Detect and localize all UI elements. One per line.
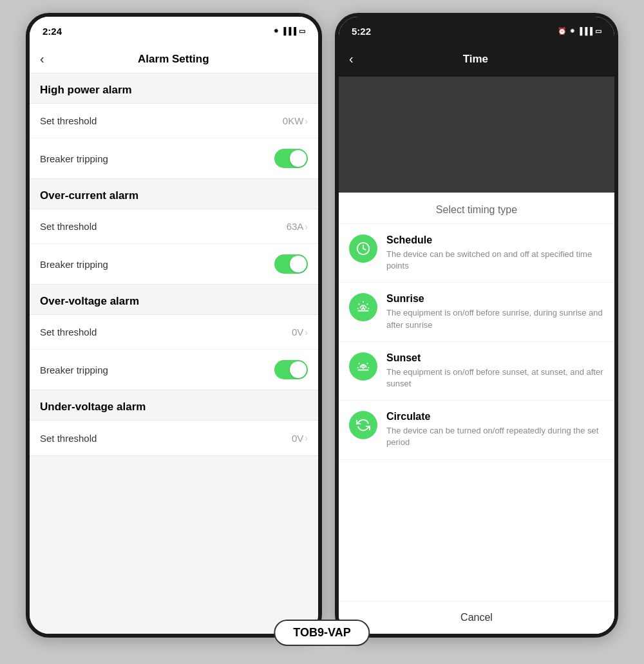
- alarm-header: ‹ Alarm Setting: [30, 45, 318, 73]
- bluetooth-icon: ⁕: [273, 27, 279, 35]
- sunset-desc: The equipment is on/off before sunset, a…: [386, 366, 604, 390]
- select-timing-label: Select timing type: [436, 204, 517, 215]
- circulate-desc: The device can be turned on/off repeated…: [386, 425, 604, 448]
- section-title-over-voltage: Over-voltage alarm: [40, 295, 139, 307]
- breaker-tripping-3-row: Breaker tripping: [30, 350, 318, 390]
- set-threshold-3-value: 0V ›: [292, 327, 308, 337]
- section-title-over-current: Over-current alarm: [40, 189, 138, 202]
- sunrise-text: Sunrise The equipment is on/off before s…: [386, 293, 604, 330]
- schedule-text: Schedule The device can be switched on a…: [386, 234, 604, 272]
- section-over-voltage: Over-voltage alarm: [30, 285, 318, 314]
- status-icons-right: ⏰ ⁕ ▐▐▐ ▭: [558, 27, 601, 35]
- set-threshold-4-row[interactable]: Set threshold 0V ›: [30, 421, 318, 455]
- sheet-header: Select timing type: [339, 193, 614, 224]
- chevron-icon-2: ›: [305, 222, 308, 232]
- set-threshold-3-label: Set threshold: [40, 327, 97, 337]
- section-body-over-voltage: Set threshold 0V › Breaker tripping: [30, 314, 318, 390]
- status-time-left: 2:24: [43, 26, 62, 37]
- breaker-tripping-1-row: Breaker tripping: [30, 138, 318, 178]
- sunrise-desc: The equipment is on/off before sunrise, …: [386, 307, 604, 330]
- sunset-icon: [349, 352, 377, 381]
- signal-icon-r: ▐▐▐: [578, 27, 592, 35]
- cancel-button[interactable]: Cancel: [339, 601, 614, 634]
- screenshot-container: 2:24 ⁕ ▐▐▐ ▭ ‹ Alarm Setting High power …: [0, 0, 644, 664]
- set-threshold-3-row[interactable]: Set threshold 0V ›: [30, 315, 318, 350]
- section-under-voltage: Under-voltage alarm: [30, 390, 318, 420]
- set-threshold-1-label: Set threshold: [40, 115, 97, 126]
- breaker-toggle-2[interactable]: [274, 254, 308, 274]
- breaker-tripping-2-label: Breaker tripping: [40, 259, 108, 270]
- alarm-icon: ⏰: [558, 27, 567, 35]
- option-sunrise[interactable]: Sunrise The equipment is on/off before s…: [339, 283, 614, 341]
- circulate-title: Circulate: [386, 411, 604, 422]
- set-threshold-4-label: Set threshold: [40, 433, 97, 444]
- schedule-desc: The device can be switched on and off at…: [386, 249, 604, 272]
- circulate-icon: [349, 411, 377, 439]
- battery-icon-r: ▭: [595, 27, 601, 35]
- option-sunset[interactable]: Sunset The equipment is on/off before su…: [339, 342, 614, 401]
- section-body-over-current: Set threshold 63A › Breaker tripping: [30, 209, 318, 285]
- device-label: TOB9-VAP: [274, 620, 370, 646]
- set-threshold-1-row[interactable]: Set threshold 0KW ›: [30, 104, 318, 138]
- breaker-tripping-1-label: Breaker tripping: [40, 153, 108, 164]
- sunrise-title: Sunrise: [386, 293, 604, 305]
- chevron-icon-4: ›: [305, 433, 308, 443]
- status-bar-left: 2:24 ⁕ ▐▐▐ ▭: [30, 17, 318, 45]
- page-title-right: Time: [360, 53, 591, 66]
- section-body-high-power: Set threshold 0KW › Breaker tripping: [30, 103, 318, 179]
- status-icons-left: ⁕ ▐▐▐ ▭: [273, 27, 305, 35]
- bluetooth-icon-r: ⁕: [569, 27, 575, 35]
- set-threshold-4-value: 0V ›: [292, 433, 308, 444]
- status-time-right: 5:22: [352, 26, 371, 37]
- option-schedule[interactable]: Schedule The device can be switched on a…: [339, 224, 614, 283]
- sunrise-icon: [349, 293, 377, 321]
- section-body-under-voltage: Set threshold 0V ›: [30, 420, 318, 456]
- schedule-title: Schedule: [386, 234, 604, 246]
- schedule-icon: [349, 234, 377, 263]
- breaker-toggle-1[interactable]: [274, 149, 308, 168]
- set-threshold-2-label: Set threshold: [40, 221, 97, 232]
- phone-right: 5:22 ⏰ ⁕ ▐▐▐ ▭ ‹ Time Select timing type: [335, 13, 618, 638]
- section-title-under-voltage: Under-voltage alarm: [40, 401, 146, 413]
- section-title-high-power: High power alarm: [40, 84, 132, 96]
- back-button-left[interactable]: ‹: [40, 52, 44, 66]
- back-button-right[interactable]: ‹: [349, 52, 354, 66]
- breaker-tripping-3-label: Breaker tripping: [40, 365, 108, 375]
- page-title-left: Alarm Setting: [52, 53, 295, 66]
- phone-left: 2:24 ⁕ ▐▐▐ ▭ ‹ Alarm Setting High power …: [26, 13, 322, 638]
- option-circulate[interactable]: Circulate The device can be turned on/of…: [339, 401, 614, 459]
- breaker-tripping-2-row: Breaker tripping: [30, 244, 318, 284]
- chevron-icon-3: ›: [305, 327, 308, 337]
- sunset-text: Sunset The equipment is on/off before su…: [386, 352, 604, 390]
- chevron-icon: ›: [305, 116, 308, 126]
- dark-picker-area: [339, 77, 614, 193]
- status-bar-right: 5:22 ⏰ ⁕ ▐▐▐ ▭: [339, 17, 614, 45]
- circulate-text: Circulate The device can be turned on/of…: [386, 411, 604, 448]
- battery-icon: ▭: [299, 27, 305, 35]
- set-threshold-2-value: 63A ›: [287, 221, 308, 232]
- set-threshold-1-value: 0KW ›: [283, 115, 308, 126]
- sunset-title: Sunset: [386, 352, 604, 364]
- set-threshold-2-row[interactable]: Set threshold 63A ›: [30, 209, 318, 244]
- bottom-sheet: Select timing type Schedule The device c…: [339, 193, 614, 634]
- breaker-toggle-3[interactable]: [274, 360, 308, 379]
- section-high-power: High power alarm: [30, 73, 318, 103]
- alarm-content: High power alarm Set threshold 0KW › Bre…: [30, 73, 318, 634]
- time-header: ‹ Time: [339, 45, 614, 77]
- section-over-current: Over-current alarm: [30, 179, 318, 209]
- signal-icon: ▐▐▐: [281, 27, 296, 35]
- timing-options-list: Schedule The device can be switched on a…: [339, 224, 614, 601]
